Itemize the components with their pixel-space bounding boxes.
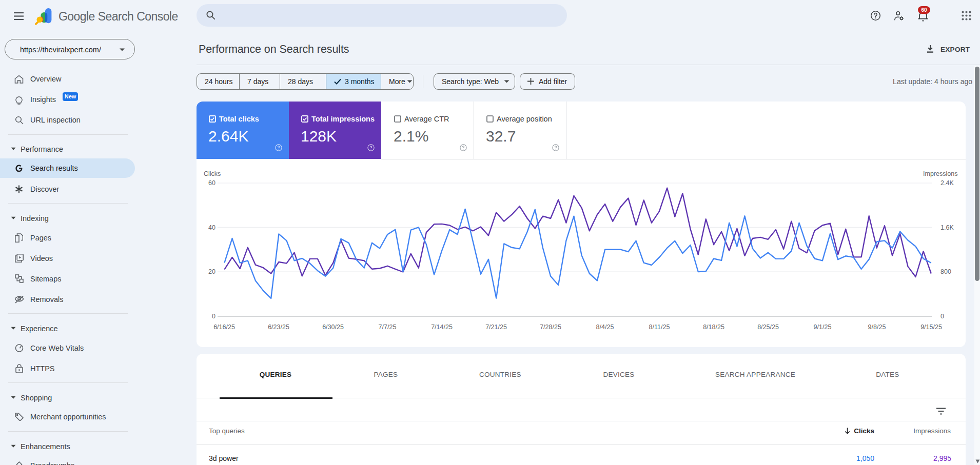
svg-text:1.6K: 1.6K xyxy=(940,224,954,231)
svg-text:6/16/25: 6/16/25 xyxy=(213,324,235,331)
svg-text:0: 0 xyxy=(940,313,944,320)
svg-text:6/23/25: 6/23/25 xyxy=(268,324,289,331)
svg-text:9/1/25: 9/1/25 xyxy=(814,324,832,331)
svg-text:60: 60 xyxy=(208,179,215,187)
svg-text:Clicks: Clicks xyxy=(204,170,221,177)
svg-text:0: 0 xyxy=(212,313,215,320)
svg-text:6/30/25: 6/30/25 xyxy=(322,324,344,331)
svg-text:9/8/25: 9/8/25 xyxy=(868,324,886,331)
svg-text:8/25/25: 8/25/25 xyxy=(757,324,779,331)
svg-text:800: 800 xyxy=(940,268,951,275)
svg-text:8/4/25: 8/4/25 xyxy=(596,324,614,331)
svg-text:8/11/25: 8/11/25 xyxy=(649,324,670,331)
svg-text:8/18/25: 8/18/25 xyxy=(703,324,724,331)
svg-text:7/28/25: 7/28/25 xyxy=(540,324,561,331)
svg-text:7/7/25: 7/7/25 xyxy=(379,324,397,331)
svg-text:2.4K: 2.4K xyxy=(940,179,954,187)
svg-text:9/15/25: 9/15/25 xyxy=(920,324,942,331)
svg-text:Impressions: Impressions xyxy=(923,170,957,177)
svg-text:20: 20 xyxy=(208,268,215,275)
svg-text:7/21/25: 7/21/25 xyxy=(485,324,507,331)
svg-text:40: 40 xyxy=(208,224,215,231)
svg-text:7/14/25: 7/14/25 xyxy=(431,324,453,331)
